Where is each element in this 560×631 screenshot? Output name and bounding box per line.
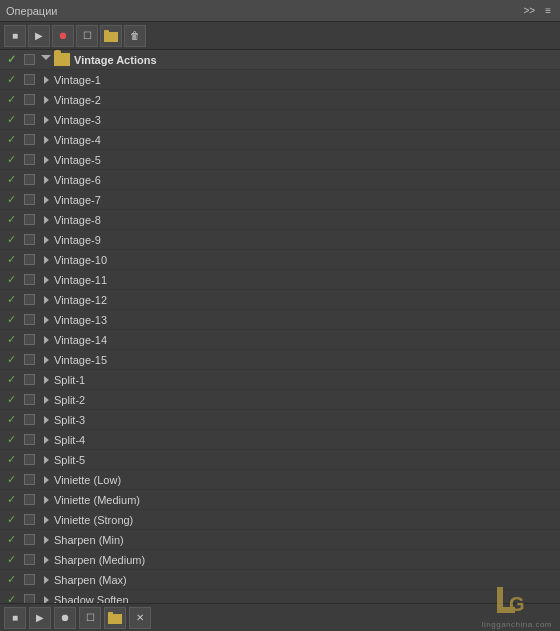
expand-6[interactable] — [38, 196, 54, 204]
cb-17[interactable] — [24, 414, 35, 425]
cb-2[interactable] — [24, 114, 35, 125]
cb-8[interactable] — [24, 234, 35, 245]
list-item[interactable]: ✓ Vintage-5 — [0, 150, 560, 170]
list-item[interactable]: ✓ Vintage-13 — [0, 310, 560, 330]
expand-14[interactable] — [38, 356, 54, 364]
expand-13[interactable] — [38, 336, 54, 344]
cb-23[interactable] — [24, 534, 35, 545]
list-item[interactable]: ✓ Split-2 — [0, 390, 560, 410]
list-item[interactable]: ✓ Vintage-3 — [0, 110, 560, 130]
expand-18[interactable] — [38, 436, 54, 444]
list-item[interactable]: ✓ Vintage-14 — [0, 330, 560, 350]
expand-17[interactable] — [38, 416, 54, 424]
stop-btn[interactable]: ■ — [4, 25, 26, 47]
cb-0[interactable] — [24, 74, 35, 85]
expand-1[interactable] — [38, 96, 54, 104]
expand-4[interactable] — [38, 156, 54, 164]
expand-25[interactable] — [38, 576, 54, 584]
list-item[interactable]: ✓ Sharpen (Medium) — [0, 550, 560, 570]
expand-24[interactable] — [38, 556, 54, 564]
cb-4[interactable] — [24, 154, 35, 165]
record-btn[interactable]: ⏺ — [52, 25, 74, 47]
cb-10[interactable] — [24, 274, 35, 285]
footer-record-btn[interactable]: ⏺ — [54, 607, 76, 629]
list-item[interactable]: ✓ Split-5 — [0, 450, 560, 470]
list-item[interactable]: ✓ Vintage-8 — [0, 210, 560, 230]
cb-21[interactable] — [24, 494, 35, 505]
expand-0[interactable] — [38, 76, 54, 84]
expand-20[interactable] — [38, 476, 54, 484]
list-item[interactable]: ✓ Vintage-10 — [0, 250, 560, 270]
list-item[interactable]: ✓ Vintage-9 — [0, 230, 560, 250]
cb-7[interactable] — [24, 214, 35, 225]
expand-8[interactable] — [38, 236, 54, 244]
cb-13[interactable] — [24, 334, 35, 345]
expand-15[interactable] — [38, 376, 54, 384]
expand-2[interactable] — [38, 116, 54, 124]
expand-21[interactable] — [38, 496, 54, 504]
list-item[interactable]: ✓ Vintage-1 — [0, 70, 560, 90]
cb-6[interactable] — [24, 194, 35, 205]
list-item[interactable]: ✓ Viniette (Strong) — [0, 510, 560, 530]
expand-icon[interactable]: >> — [520, 4, 538, 17]
list-item[interactable]: ✓ Split-4 — [0, 430, 560, 450]
expand-19[interactable] — [38, 456, 54, 464]
cb-5[interactable] — [24, 174, 35, 185]
list-item[interactable]: ✓ Vintage-6 — [0, 170, 560, 190]
expand-12[interactable] — [38, 316, 54, 324]
cb-26[interactable] — [24, 594, 35, 603]
list-item[interactable]: ✓ Sharpen (Max) — [0, 570, 560, 590]
expand-22[interactable] — [38, 516, 54, 524]
play-btn[interactable]: ▶ — [28, 25, 50, 47]
cb-1[interactable] — [24, 94, 35, 105]
list-item[interactable]: ✓ Vintage-4 — [0, 130, 560, 150]
actions-list[interactable]: ✓ Vintage Actions ✓ Vintage-1 ✓ Vintage-… — [0, 50, 560, 603]
list-item[interactable]: ✓ Vintage-15 — [0, 350, 560, 370]
list-item[interactable]: ✓ Viniette (Low) — [0, 470, 560, 490]
expand-7[interactable] — [38, 216, 54, 224]
list-item[interactable]: ✓ Split-3 — [0, 410, 560, 430]
cb-16[interactable] — [24, 394, 35, 405]
cb-12[interactable] — [24, 314, 35, 325]
group-checkbox[interactable] — [24, 54, 35, 65]
footer-folder-btn[interactable] — [104, 607, 126, 629]
expand-26[interactable] — [38, 596, 54, 604]
cb-22[interactable] — [24, 514, 35, 525]
list-item[interactable]: ✓ Split-1 — [0, 370, 560, 390]
list-item[interactable]: ✓ Vintage-7 — [0, 190, 560, 210]
cb-11[interactable] — [24, 294, 35, 305]
cb-3[interactable] — [24, 134, 35, 145]
menu-icon[interactable]: ≡ — [542, 4, 554, 17]
footer-new-btn[interactable]: ☐ — [79, 607, 101, 629]
cb-24[interactable] — [24, 554, 35, 565]
cb-15[interactable] — [24, 374, 35, 385]
cb-14[interactable] — [24, 354, 35, 365]
delete-btn[interactable]: 🗑 — [124, 25, 146, 47]
expand-9[interactable] — [38, 256, 54, 264]
cb-19[interactable] — [24, 454, 35, 465]
list-item[interactable]: ✓ Sharpen (Min) — [0, 530, 560, 550]
cb-col-15 — [20, 374, 38, 385]
cb-18[interactable] — [24, 434, 35, 445]
list-item[interactable]: ✓ Vintage-12 — [0, 290, 560, 310]
cb-20[interactable] — [24, 474, 35, 485]
list-item[interactable]: ✓ Vintage-2 — [0, 90, 560, 110]
list-item[interactable]: ✓ Vintage-11 — [0, 270, 560, 290]
cb-9[interactable] — [24, 254, 35, 265]
expand-11[interactable] — [38, 296, 54, 304]
footer-delete-btn[interactable]: ✕ — [129, 607, 151, 629]
expand-3[interactable] — [38, 136, 54, 144]
expand-16[interactable] — [38, 396, 54, 404]
footer-play-btn[interactable]: ▶ — [29, 607, 51, 629]
cb-25[interactable] — [24, 574, 35, 585]
list-item[interactable]: ✓ Viniette (Medium) — [0, 490, 560, 510]
expand-5[interactable] — [38, 176, 54, 184]
expand-10[interactable] — [38, 276, 54, 284]
new-action-btn[interactable]: ☐ — [76, 25, 98, 47]
group-expand[interactable] — [38, 55, 54, 64]
expand-23[interactable] — [38, 536, 54, 544]
footer-stop-btn[interactable]: ■ — [4, 607, 26, 629]
new-set-btn[interactable] — [100, 25, 122, 47]
list-item[interactable]: ✓ Shadow Soften — [0, 590, 560, 603]
group-header[interactable]: ✓ Vintage Actions — [0, 50, 560, 70]
